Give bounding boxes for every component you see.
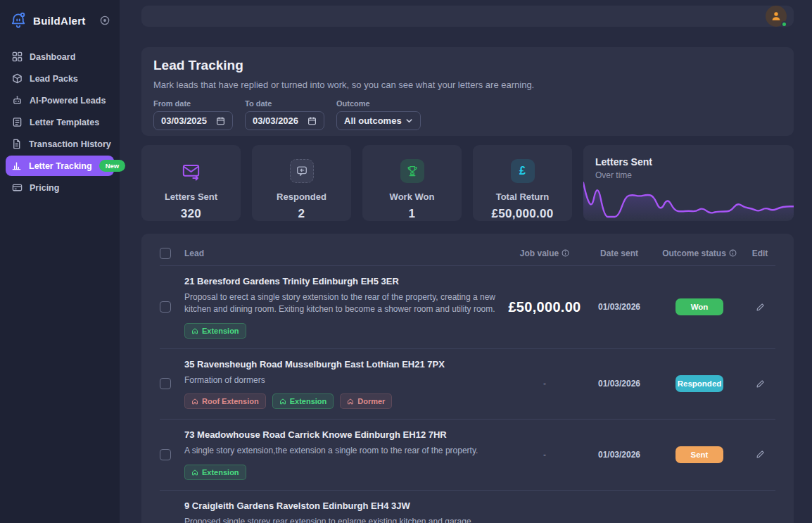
date-sent: 01/03/2026 xyxy=(598,450,640,460)
letters-sent-line-chart xyxy=(583,177,794,221)
status-pill-won[interactable]: Won xyxy=(675,298,723,315)
row-checkbox[interactable] xyxy=(160,301,171,313)
nav-label: Pricing xyxy=(30,183,108,193)
topbar xyxy=(141,6,794,27)
stat-card-letters-sent: Letters Sent 320 xyxy=(141,145,241,221)
th-lead: Lead xyxy=(184,248,505,258)
tag-label: Roof Extension xyxy=(202,397,259,405)
user-avatar[interactable] xyxy=(766,6,787,27)
nav-label: Letter Templates xyxy=(30,118,108,127)
info-icon[interactable] xyxy=(562,249,569,257)
to-date-input[interactable]: 03/03/2026 xyxy=(245,111,324,130)
lead-title: 73 Meadowhouse Road Carrick Knowe Edinbu… xyxy=(184,429,497,440)
table-row: 21 Beresford Gardens Trinity Edinburgh E… xyxy=(160,266,775,349)
table-header-row: Lead Job value Date sent Outcome status … xyxy=(160,241,775,266)
info-icon[interactable] xyxy=(729,249,737,257)
job-value: £50,000.00 xyxy=(508,299,581,315)
row-checkbox[interactable] xyxy=(160,449,171,460)
robot-icon xyxy=(11,95,23,106)
tag-label: Extension xyxy=(202,327,239,335)
stat-value: 1 xyxy=(409,207,416,221)
status-pill-sent[interactable]: Sent xyxy=(675,446,723,463)
th-date-sent: Date sent xyxy=(584,248,654,258)
tag-label: Extension xyxy=(202,468,239,477)
from-date-label: From date xyxy=(153,99,233,108)
tag-extension: Extension xyxy=(272,393,334,409)
lead-description: Proposal to erect a single story extensi… xyxy=(184,291,497,316)
status-pill-responded[interactable]: Responded xyxy=(675,375,723,392)
sidebar-item-ai-powered-leads[interactable]: AI-Powered Leads xyxy=(6,90,114,111)
letters-sent-chart-card: Letters Sent Over time xyxy=(583,145,794,221)
bar-chart-icon xyxy=(11,160,22,172)
message-reply-icon xyxy=(290,159,314,183)
sidebar-nav: Dashboard Lead Packs AI-Powered Leads Le… xyxy=(0,46,120,198)
from-date-group: From date 03/03/2025 xyxy=(153,99,233,130)
document-icon xyxy=(11,139,22,150)
row-checkbox[interactable] xyxy=(160,378,171,389)
lead-tags: Roof Extension Extension Dormer xyxy=(184,393,497,409)
lead-title: 21 Beresford Gardens Trinity Edinburgh E… xyxy=(184,276,497,286)
th-lead-label: Lead xyxy=(184,248,204,258)
nav-label: Letter Tracking xyxy=(29,161,92,171)
brand-row: BuildAlert xyxy=(0,8,120,32)
sidebar-item-dashboard[interactable]: Dashboard xyxy=(6,46,114,67)
th-outcome-status-label: Outcome status xyxy=(662,248,726,258)
online-status-dot xyxy=(781,21,787,27)
tag-dormer: Dormer xyxy=(340,393,392,409)
tag-label: Extension xyxy=(290,397,327,405)
sidebar-item-letter-templates[interactable]: Letter Templates xyxy=(6,112,114,132)
sidebar-item-letter-tracking[interactable]: Letter Tracking New xyxy=(6,156,114,176)
house-icon xyxy=(279,398,286,405)
job-value: - xyxy=(543,450,546,460)
lead-tags: Extension xyxy=(184,323,497,339)
select-all-checkbox[interactable] xyxy=(160,248,171,259)
sidebar-collapse-icon[interactable] xyxy=(100,15,111,26)
lead-title: 9 Craigleith Gardens Ravelston Edinburgh… xyxy=(184,500,497,511)
sidebar-item-transaction-history[interactable]: Transaction History xyxy=(6,134,114,154)
sidebar: BuildAlert Dashboard Lead Packs AI-Power… xyxy=(0,0,120,523)
tag-label: Dormer xyxy=(357,397,385,405)
package-icon xyxy=(11,73,23,84)
lead-title: 35 Ravensheugh Road Musselburgh East Lot… xyxy=(184,359,497,370)
edit-pencil-icon[interactable] xyxy=(756,450,765,459)
stat-value: £50,000.00 xyxy=(491,207,553,221)
nav-label: Lead Packs xyxy=(30,74,108,84)
tag-roof-extension: Roof Extension xyxy=(184,393,266,409)
page-subtitle: Mark leads that have replied or turned i… xyxy=(153,80,782,90)
to-date-group: To date 03/03/2026 xyxy=(245,99,324,130)
from-date-input[interactable]: 03/03/2025 xyxy=(153,111,233,130)
outcome-select[interactable]: All outcomes xyxy=(336,111,421,130)
edit-pencil-icon[interactable] xyxy=(756,303,765,312)
house-icon xyxy=(347,398,354,405)
outcome-value: All outcomes xyxy=(344,115,402,126)
job-value: - xyxy=(543,379,546,389)
calendar-icon xyxy=(216,116,225,125)
th-date-sent-label: Date sent xyxy=(600,248,638,258)
table-row: 9 Craigleith Gardens Ravelston Edinburgh… xyxy=(160,491,775,523)
stat-label: Total Return xyxy=(496,191,550,202)
stat-label: Letters Sent xyxy=(165,191,217,202)
stat-value: 2 xyxy=(298,207,305,221)
house-icon xyxy=(191,398,198,405)
brand-name: BuildAlert xyxy=(33,15,100,27)
stat-label: Work Won xyxy=(390,191,435,202)
tag-extension: Extension xyxy=(184,323,246,339)
stat-card-responded: Responded 2 xyxy=(252,145,351,221)
chart-header: Letters Sent Over time xyxy=(595,156,652,180)
sidebar-item-lead-packs[interactable]: Lead Packs xyxy=(6,68,114,89)
th-job-value-label: Job value xyxy=(520,248,559,258)
outcome-label: Outcome xyxy=(336,99,421,108)
edit-pencil-icon[interactable] xyxy=(756,379,765,389)
pound-icon: £ xyxy=(511,159,535,183)
lead-description: Formation of dormers xyxy=(184,374,497,386)
th-outcome-status: Outcome status xyxy=(654,248,744,258)
house-icon xyxy=(191,327,198,334)
date-sent: 01/03/2026 xyxy=(598,302,640,312)
lead-tags: Extension xyxy=(184,465,497,480)
person-icon xyxy=(770,10,782,23)
th-job-value: Job value xyxy=(505,248,584,258)
mail-sent-icon xyxy=(179,159,203,183)
to-date-value: 03/03/2026 xyxy=(253,115,298,126)
sidebar-item-pricing[interactable]: Pricing xyxy=(6,177,114,198)
nav-label: AI-Powered Leads xyxy=(30,96,108,106)
